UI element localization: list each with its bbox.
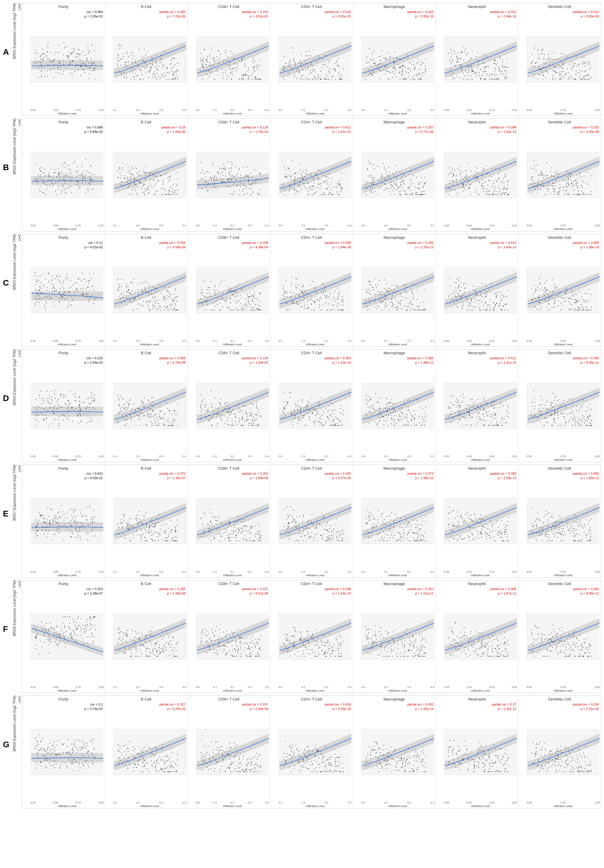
svg-point-2024 <box>409 186 410 188</box>
svg-point-5054 <box>582 425 583 426</box>
svg-point-1057 <box>473 71 474 72</box>
svg-point-1097 <box>542 72 543 73</box>
svg-point-3825 <box>77 414 78 415</box>
svg-point-399 <box>219 54 220 55</box>
svg-point-6727 <box>251 647 252 648</box>
svg-point-6283 <box>539 535 540 536</box>
svg-point-2482 <box>571 183 572 184</box>
svg-point-5673 <box>304 535 305 536</box>
svg-point-1021 <box>453 61 453 62</box>
svg-point-2252 <box>453 181 453 182</box>
svg-point-1151 <box>562 76 563 76</box>
svg-point-8653 <box>484 771 485 772</box>
svg-point-5110 <box>93 518 93 519</box>
svg-point-5509 <box>230 533 231 534</box>
svg-point-2452 <box>531 183 532 184</box>
svg-rect-7602 <box>31 729 103 775</box>
svg-point-3773 <box>532 299 533 301</box>
svg-point-8222 <box>328 760 329 760</box>
svg-point-2731 <box>147 282 148 283</box>
svg-point-8619 <box>496 755 497 756</box>
svg-point-3756 <box>565 288 566 290</box>
svg-point-2349 <box>450 172 451 173</box>
svg-point-4660 <box>371 405 373 406</box>
svg-point-1558 <box>144 192 144 193</box>
svg-point-2660 <box>75 283 76 284</box>
svg-point-858 <box>380 56 381 57</box>
svg-point-5772 <box>333 534 334 535</box>
svg-point-2772 <box>156 310 157 310</box>
svg-point-7984 <box>210 756 211 756</box>
svg-point-2417 <box>587 172 587 173</box>
svg-point-4304 <box>252 421 253 422</box>
svg-point-620 <box>315 79 316 80</box>
svg-point-2580 <box>59 281 61 282</box>
svg-point-2854 <box>165 306 166 307</box>
svg-point-730 <box>401 71 402 73</box>
svg-point-6513 <box>69 634 70 635</box>
svg-point-1645 <box>260 189 261 190</box>
svg-point-7712 <box>82 755 83 756</box>
svg-point-2449 <box>568 184 569 184</box>
svg-point-6465 <box>87 624 88 625</box>
svg-point-1693 <box>205 186 206 187</box>
svg-point-5471 <box>249 530 250 531</box>
svg-point-1610 <box>162 194 163 195</box>
svg-point-7546 <box>533 639 534 639</box>
svg-point-7718 <box>63 745 64 746</box>
svg-point-5987 <box>454 525 455 526</box>
svg-point-597 <box>336 60 337 61</box>
svg-point-4161 <box>157 425 158 426</box>
svg-point-1216 <box>585 70 585 71</box>
svg-point-3909 <box>53 407 54 408</box>
svg-point-2484 <box>567 183 567 183</box>
svg-point-6859 <box>255 647 256 648</box>
xlabel-G-5: Infiltration Level <box>444 804 517 808</box>
svg-point-4507 <box>297 412 298 414</box>
svg-point-5222 <box>91 519 92 520</box>
svg-point-5501 <box>213 516 214 516</box>
svg-point-2679 <box>44 286 45 287</box>
svg-point-6985 <box>290 640 290 641</box>
svg-point-7417 <box>488 641 489 642</box>
svg-point-7680 <box>71 761 73 761</box>
svg-point-522 <box>218 74 219 75</box>
svg-point-4474 <box>291 413 292 414</box>
svg-point-5982 <box>477 530 478 531</box>
svg-point-3712 <box>556 286 556 287</box>
svg-point-232 <box>159 62 160 64</box>
svg-point-8088 <box>240 771 241 772</box>
svg-point-1287 <box>86 175 87 175</box>
svg-point-5355 <box>166 540 167 541</box>
svg-point-852 <box>402 65 403 66</box>
svg-point-8333 <box>390 754 391 755</box>
xlabel-C-3: Infiltration Level <box>279 343 351 346</box>
svg-point-4483 <box>335 409 335 410</box>
svg-point-7574 <box>537 633 538 634</box>
svg-point-7332 <box>486 645 487 645</box>
svg-point-2863 <box>175 288 176 289</box>
svg-point-5849 <box>379 533 380 533</box>
svg-point-2693 <box>77 290 78 291</box>
svg-point-623 <box>311 73 312 73</box>
svg-point-4280 <box>258 415 259 416</box>
svg-point-790 <box>411 64 412 65</box>
svg-point-4769 <box>493 408 494 409</box>
svg-point-659 <box>299 72 300 73</box>
svg-point-4455 <box>340 420 342 422</box>
svg-point-1978 <box>285 177 286 177</box>
svg-point-6165 <box>568 530 569 531</box>
svg-point-1993 <box>393 194 394 195</box>
svg-point-6490 <box>94 637 95 637</box>
svg-point-3134 <box>325 296 326 297</box>
svg-point-5402 <box>166 531 166 532</box>
svg-point-3118 <box>297 304 298 305</box>
svg-point-1929 <box>338 194 339 195</box>
svg-point-4314 <box>239 422 240 423</box>
svg-point-7389 <box>505 632 505 633</box>
svg-point-5567 <box>211 513 212 514</box>
svg-point-2954 <box>213 290 214 290</box>
xlabel-D-1: Infiltration Level <box>113 459 186 461</box>
svg-point-986 <box>456 76 457 77</box>
svg-point-97 <box>48 43 48 44</box>
